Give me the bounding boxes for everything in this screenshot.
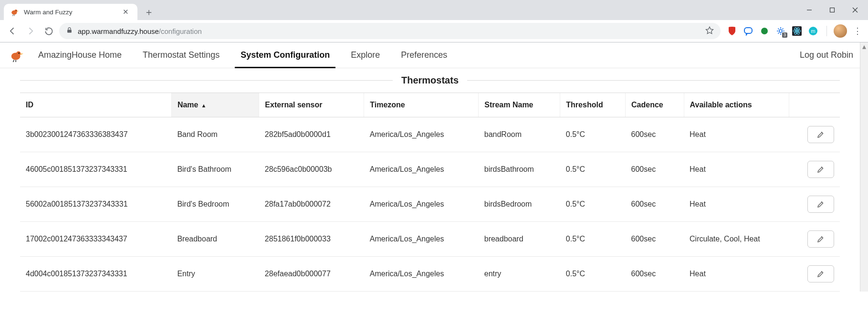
- cell-cadence: 600sec: [626, 152, 684, 187]
- svg-point-14: [779, 30, 782, 32]
- nav-tab-system-configuration[interactable]: System Configuration: [239, 42, 332, 68]
- cell-tz: America/Los_Angeles: [364, 222, 479, 257]
- tab-strip: Warm and Fuzzy ✕ ＋: [0, 0, 868, 20]
- back-button[interactable]: [5, 23, 20, 39]
- cell-name: Entry: [171, 257, 259, 292]
- content: Thermostats IDName▲External sensorTimezo…: [0, 68, 860, 292]
- tab-close-icon[interactable]: ✕: [121, 7, 131, 17]
- app-nav: AmazingHouse HomeThermostat SettingsSyst…: [0, 42, 860, 68]
- svg-point-24: [18, 52, 20, 54]
- app: AmazingHouse HomeThermostat SettingsSyst…: [0, 42, 860, 292]
- svg-point-3: [16, 10, 17, 11]
- cell-cadence: 600sec: [626, 257, 684, 292]
- column-header-name[interactable]: Name▲: [171, 93, 259, 117]
- cell-tz: America/Los_Angeles: [364, 187, 479, 222]
- column-header-external-sensor[interactable]: External sensor: [259, 93, 364, 117]
- svg-marker-11: [706, 27, 713, 33]
- address-bar[interactable]: app.warmandfuzzy.house/configuration: [59, 23, 721, 39]
- cell-cadence: 600sec: [626, 187, 684, 222]
- reload-button[interactable]: [41, 23, 56, 39]
- url-text: app.warmandfuzzy.house/configuration: [78, 27, 701, 35]
- cell-actions: Heat: [684, 152, 789, 187]
- svg-rect-7: [830, 8, 835, 12]
- extension-teal-circle-icon[interactable]: m: [808, 26, 818, 36]
- table-row: 3b0023001247363336383437Band Room282bf5a…: [20, 117, 840, 152]
- cell-edit: [789, 222, 840, 257]
- table-row: 17002c001247363333343437Breadboard285186…: [20, 222, 840, 257]
- scrollbar-up-icon[interactable]: ▴: [860, 42, 868, 51]
- table-row: 56002a001851373237343331Bird's Bedroom28…: [20, 187, 840, 222]
- nav-tab-amazinghouse-home[interactable]: AmazingHouse Home: [36, 42, 124, 68]
- window-minimize-button[interactable]: [798, 3, 820, 17]
- extension-chat-icon[interactable]: [743, 26, 753, 36]
- nav-tab-explore[interactable]: Explore: [349, 42, 382, 68]
- table-row: 4d004c001851373237343331Entry28efaead0b0…: [20, 257, 840, 292]
- nav-tab-thermostat-settings[interactable]: Thermostat Settings: [141, 42, 221, 68]
- cell-actions: Heat: [684, 117, 789, 152]
- column-header-stream-name[interactable]: Stream Name: [479, 93, 560, 117]
- logout-link[interactable]: Log out Robin: [800, 50, 853, 60]
- cell-id: 3b0023001247363336383437: [20, 117, 171, 152]
- cell-actions: Heat: [684, 257, 789, 292]
- extension-green-dot-icon[interactable]: [760, 26, 769, 36]
- cell-id: 56002a001851373237343331: [20, 187, 171, 222]
- column-header-edit: [789, 93, 840, 117]
- cell-actions: Heat: [684, 187, 789, 222]
- browser-tab[interactable]: Warm and Fuzzy ✕: [4, 4, 137, 20]
- table-row: 46005c001851373237343331Bird's Bathroom2…: [20, 152, 840, 187]
- window-maximize-button[interactable]: [821, 3, 843, 17]
- cell-actions: Circulate, Cool, Heat: [684, 222, 789, 257]
- svg-point-13: [761, 28, 768, 34]
- window-close-button[interactable]: [844, 3, 866, 17]
- cell-name: Breadboard: [171, 222, 259, 257]
- cell-tz: America/Los_Angeles: [364, 257, 479, 292]
- cell-threshold: 0.5°C: [560, 187, 626, 222]
- svg-text:m: m: [811, 28, 815, 34]
- forward-button[interactable]: [23, 23, 38, 39]
- cell-id: 17002c001247363333343437: [20, 222, 171, 257]
- nav-tab-preferences[interactable]: Preferences: [399, 42, 449, 68]
- cell-stream: bandRoom: [479, 117, 560, 152]
- react-devtools-icon[interactable]: [792, 26, 802, 36]
- column-header-id[interactable]: ID: [20, 93, 171, 117]
- page-scrollbar[interactable]: ▴: [860, 42, 868, 292]
- browser-chrome: Warm and Fuzzy ✕ ＋ app.warmandfuzzy.hous…: [0, 0, 868, 42]
- cell-edit: [789, 152, 840, 187]
- cell-cadence: 600sec: [626, 222, 684, 257]
- column-header-threshold[interactable]: Threshold: [560, 93, 626, 117]
- edit-button[interactable]: [807, 230, 834, 248]
- extension-badge: 3: [782, 32, 787, 38]
- column-header-timezone[interactable]: Timezone: [364, 93, 479, 117]
- column-header-cadence[interactable]: Cadence: [626, 93, 684, 117]
- new-tab-button[interactable]: ＋: [142, 5, 156, 19]
- window-controls: [798, 0, 866, 20]
- edit-button[interactable]: [807, 265, 834, 282]
- cell-tz: America/Los_Angeles: [364, 117, 479, 152]
- column-header-available-actions[interactable]: Available actions: [684, 93, 789, 117]
- cell-tz: America/Los_Angeles: [364, 152, 479, 187]
- cell-name: Bird's Bedroom: [171, 187, 259, 222]
- cell-name: Bird's Bathroom: [171, 152, 259, 187]
- cell-stream: breadboard: [479, 222, 560, 257]
- profile-avatar[interactable]: [834, 24, 847, 38]
- favicon-bird-icon: [10, 8, 19, 16]
- lock-icon: [66, 27, 73, 36]
- cell-cadence: 600sec: [626, 117, 684, 152]
- extension-gear-icon[interactable]: 3: [776, 26, 785, 36]
- svg-line-25: [13, 60, 14, 62]
- section-title: Thermostats: [401, 75, 459, 86]
- edit-button[interactable]: [807, 126, 834, 143]
- cell-sensor: 28c596ac0b00003b: [259, 152, 364, 187]
- cell-threshold: 0.5°C: [560, 222, 626, 257]
- cell-edit: [789, 187, 840, 222]
- edit-button[interactable]: [807, 196, 834, 213]
- svg-point-18: [796, 31, 798, 32]
- extension-icons: 3 m: [723, 26, 822, 36]
- app-logo-bird-icon: [10, 48, 24, 63]
- browser-menu-button[interactable]: ⋮: [852, 26, 863, 36]
- ublock-icon[interactable]: [727, 26, 737, 36]
- cell-sensor: 28efaead0b000077: [259, 257, 364, 292]
- bookmark-star-icon[interactable]: [705, 26, 714, 36]
- thermostats-table: IDName▲External sensorTimezoneStream Nam…: [20, 93, 840, 292]
- edit-button[interactable]: [807, 161, 834, 178]
